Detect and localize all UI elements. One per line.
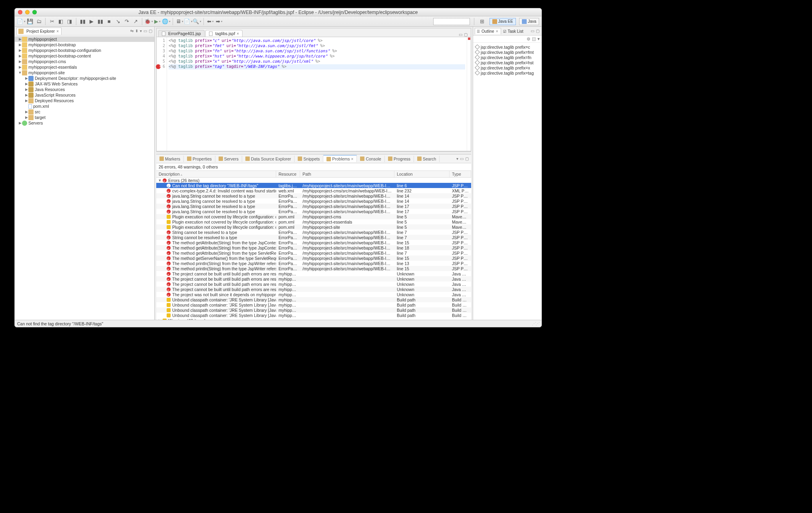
item-icon[interactable]: ◧ xyxy=(57,18,65,26)
errors-group[interactable]: ▼Errors (26 items) xyxy=(156,178,471,183)
column-resource[interactable]: Resource xyxy=(276,171,300,177)
problem-row[interactable]: The method getAttribute(String) from the… xyxy=(156,250,471,256)
editor-code[interactable]: <%@ taglib prefix="c" uri="http://java.s… xyxy=(167,37,467,151)
disclosure-icon[interactable]: ▶ xyxy=(24,115,28,119)
outline-tab[interactable]: ☰ Outline × xyxy=(475,28,501,34)
cut-icon[interactable]: ✂︎ xyxy=(48,18,56,26)
problem-row[interactable]: Unbound classpath container: 'JRE System… xyxy=(156,302,471,307)
bottom-tab-problems[interactable]: Problems× xyxy=(323,155,357,162)
problem-row[interactable]: cvc-complex-type.2.4.d: Invalid content … xyxy=(156,188,471,193)
problem-row[interactable]: String cannot be resolved to a typeError… xyxy=(156,235,471,240)
outline-item[interactable]: jsp:directive.taglib prefix=tag xyxy=(476,70,539,75)
minimize-view-icon[interactable]: ▭ xyxy=(460,156,464,161)
disclosure-icon[interactable]: ▶ xyxy=(18,37,22,41)
problem-row[interactable]: Plugin execution not covered by lifecycl… xyxy=(156,219,471,224)
problem-row[interactable]: Plugin execution not covered by lifecycl… xyxy=(156,214,471,219)
perspective-java[interactable]: Java xyxy=(519,18,539,25)
tree-item[interactable]: ▶myhippoproject-cms xyxy=(15,59,154,64)
maximize-editor-icon[interactable]: ▢ xyxy=(464,32,468,37)
tree-item[interactable]: ▶src xyxy=(15,109,154,115)
close-tab-icon[interactable]: × xyxy=(237,32,239,36)
maximize-view-icon[interactable]: ▢ xyxy=(148,29,153,33)
disclosure-icon[interactable]: ▶ xyxy=(18,65,22,69)
new-file-dropdown-button[interactable]: 📄 xyxy=(184,18,192,26)
tree-item[interactable]: ▶target xyxy=(15,115,154,120)
problem-row[interactable]: Unbound classpath container: 'JRE System… xyxy=(156,297,471,302)
outline-item[interactable]: jsp:directive.taglib prefix=c xyxy=(476,44,539,50)
outline-item[interactable]: jsp:directive.taglib prefix=fmt xyxy=(476,50,539,55)
column-description[interactable]: Description xyxy=(156,171,276,177)
run-dropdown-button[interactable]: ▶ xyxy=(153,18,161,26)
problem-row[interactable]: The method getServerName() from the type… xyxy=(156,256,471,261)
problem-row[interactable]: The method println(String) from the type… xyxy=(156,261,471,266)
minimize-view-icon[interactable]: ▭ xyxy=(143,29,147,33)
problem-row[interactable]: java.lang.String cannot be resolved to a… xyxy=(156,204,471,209)
minimize-view-icon[interactable]: ▭ xyxy=(530,29,535,33)
bottom-tab-markers[interactable]: Markers xyxy=(156,156,184,162)
bottom-tab-console[interactable]: Console xyxy=(357,156,385,162)
back-button[interactable]: ⬅ xyxy=(206,18,214,26)
bottom-tab-servers[interactable]: Servers xyxy=(215,156,242,162)
tree-item[interactable]: ▶Deployment Descriptor: myhippoproject-s… xyxy=(15,75,154,81)
terminate-icon[interactable]: ■ xyxy=(105,18,113,26)
step-into-icon[interactable]: ↘ xyxy=(114,18,122,26)
problem-row[interactable]: Plugin execution not covered by lifecycl… xyxy=(156,224,471,230)
save-button[interactable]: 💾 xyxy=(26,18,34,26)
tree-item[interactable]: ▶myhippoproject-essentials xyxy=(15,64,154,70)
outline-item[interactable]: jsp:directive.taglib prefix=fn xyxy=(476,55,539,60)
step-return-icon[interactable]: ↗ xyxy=(131,18,139,26)
problem-row[interactable]: Unbound classpath container: 'JRE System… xyxy=(156,313,471,318)
bottom-tab-properties[interactable]: Properties xyxy=(184,156,215,162)
problem-row[interactable]: The project cannot be built until build … xyxy=(156,271,471,276)
column-type[interactable]: Type xyxy=(450,171,471,177)
problem-row[interactable]: The method getAttribute(String) from the… xyxy=(156,245,471,250)
tree-item[interactable]: ▶myhippoproject-bootstrap-configuration xyxy=(15,48,154,53)
project-explorer-tree[interactable]: ▶myhippoproject▶myhippoproject-bootstrap… xyxy=(15,36,154,320)
tree-item[interactable]: pom.xml xyxy=(15,103,154,109)
debug-dropdown-button[interactable]: 🐞 xyxy=(145,18,153,26)
problem-row[interactable]: Can not find the tag directory "/WEB-INF… xyxy=(156,183,471,188)
save-all-button[interactable]: 🗂 xyxy=(35,18,43,26)
tree-item[interactable]: ▼myhippoproject-site xyxy=(15,70,154,75)
disclosure-icon[interactable]: ▼ xyxy=(158,178,162,182)
column-path[interactable]: Path xyxy=(300,171,394,177)
step-over-icon[interactable]: ↷ xyxy=(123,18,131,26)
problems-table[interactable]: Description Resource Path Location Type … xyxy=(156,170,471,320)
bottom-tab-progress[interactable]: Progress xyxy=(385,156,414,162)
disclosure-icon[interactable]: ▶ xyxy=(18,48,22,52)
resume-icon[interactable]: ▶ xyxy=(88,18,96,26)
problem-row[interactable]: The project cannot be built until build … xyxy=(156,287,471,292)
editor-body[interactable]: 123456 <%@ taglib prefix="c" uri="http:/… xyxy=(157,37,471,151)
problem-row[interactable]: java.lang.String cannot be resolved to a… xyxy=(156,209,471,214)
tree-item[interactable]: ▶myhippoproject-bootstrap xyxy=(15,42,154,48)
problem-row[interactable]: java.lang.String cannot be resolved to a… xyxy=(156,198,471,204)
editor-tab-errorpage401[interactable]: ErrorPage401.jsp xyxy=(158,30,205,37)
overview-ruler[interactable] xyxy=(467,37,471,151)
suspend-icon[interactable]: ▮▮ xyxy=(96,18,104,26)
task-list-tab[interactable]: ☑ Task List xyxy=(501,28,526,34)
skip-icon[interactable]: ▮▮ xyxy=(79,18,87,26)
forward-button[interactable]: ➡ xyxy=(215,18,223,26)
tree-item[interactable]: ▶JAX-WS Web Services xyxy=(15,81,154,87)
disclosure-icon[interactable]: ▶ xyxy=(24,110,28,114)
minimize-editor-icon[interactable]: ▭ xyxy=(459,32,462,37)
disclosure-icon[interactable]: ▶ xyxy=(24,82,28,86)
new-server-dropdown-button[interactable]: 🖥 xyxy=(175,18,183,26)
problem-row[interactable]: The project cannot be built until build … xyxy=(156,281,471,287)
new-dropdown-button[interactable]: 📄 xyxy=(17,18,25,26)
tree-item[interactable]: ▶myhippoproject xyxy=(15,36,154,42)
bottom-tab-snippets[interactable]: Snippets xyxy=(295,156,323,162)
outline-item[interactable]: jsp:directive.taglib prefix=x xyxy=(476,65,539,70)
problem-row[interactable]: The method println(String) from the type… xyxy=(156,266,471,271)
view-menu-icon[interactable]: ▾ xyxy=(456,156,458,161)
bottom-tab-data-source-explorer[interactable]: Data Source Explorer xyxy=(242,156,295,162)
disclosure-icon[interactable]: ▶ xyxy=(18,59,22,63)
ruler-error-marker[interactable] xyxy=(468,38,470,40)
open-perspective-button[interactable]: ⊞ xyxy=(478,18,486,26)
editor-tab-taglibs[interactable]: taglibs.jspf × xyxy=(205,30,243,37)
view-menu-icon[interactable]: ▾ xyxy=(537,36,540,42)
disclosure-icon[interactable]: ▶ xyxy=(18,54,22,58)
disclosure-icon[interactable]: ▼ xyxy=(18,71,22,75)
disclosure-icon[interactable]: ▶ xyxy=(24,93,28,97)
project-explorer-tab[interactable]: Project Explorer × xyxy=(16,28,62,35)
